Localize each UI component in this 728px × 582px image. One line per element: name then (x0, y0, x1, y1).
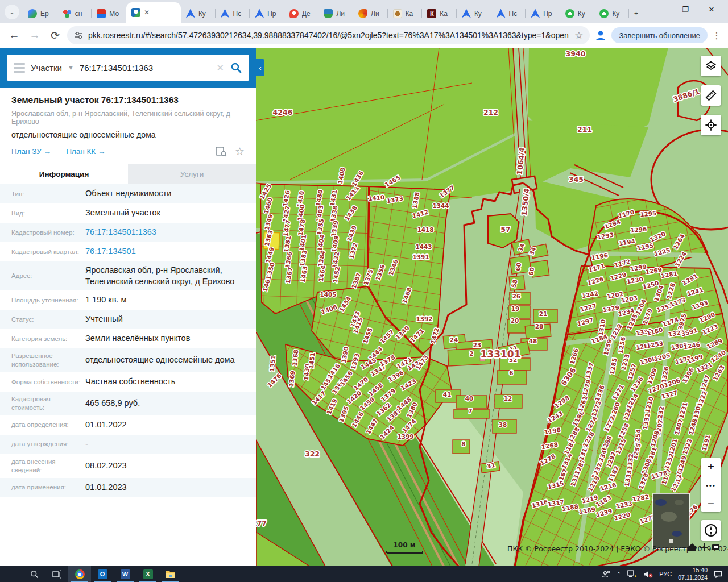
parcel-number-label: 38 (499, 421, 507, 428)
parcel-number-label: 1451 (308, 352, 316, 369)
measure-button[interactable] (701, 85, 721, 106)
update-chrome-button[interactable]: Завершить обновление (611, 27, 708, 43)
parcel-number-label: 1295 (640, 210, 657, 218)
clear-search-icon[interactable]: ✕ (217, 63, 224, 73)
new-tab-button[interactable]: + (629, 4, 646, 23)
favorite-star-icon[interactable]: ☆ (235, 145, 245, 158)
info-label: дата утверждения: (0, 440, 85, 448)
browser-tab[interactable]: Ка (388, 4, 423, 23)
browser-tab[interactable]: Пс (491, 4, 526, 23)
parcel-number-label: 12 (504, 395, 512, 402)
browser-tab[interactable]: Пс (216, 4, 250, 23)
taskbar-explorer-button[interactable] (159, 566, 182, 582)
menu-kebab-icon[interactable]: ⋮ (711, 30, 722, 41)
info-value: Ярославская обл, р-н Ярославский, Телеги… (85, 265, 256, 287)
browser-tab[interactable]: Де (284, 4, 319, 23)
notification-icon[interactable] (714, 571, 722, 578)
taskbar-search-button[interactable] (23, 566, 46, 582)
preview-icon[interactable] (216, 147, 227, 157)
parcel-number-label: 1392 (416, 315, 432, 322)
bookmark-star-icon[interactable]: ☆ (574, 30, 583, 41)
compass-button[interactable] (701, 520, 721, 541)
tray-expand-chevron-icon[interactable]: ⌃ (617, 571, 621, 577)
reload-button[interactable]: ⟳ (47, 27, 64, 44)
taskbar-word-button[interactable]: W (114, 566, 136, 582)
parcel-number-label: 322 (305, 450, 320, 458)
browser-tab-active[interactable]: ✕ (126, 2, 181, 23)
search-category-dropdown[interactable]: Участки (31, 63, 62, 73)
browser-tab[interactable]: Ер (23, 4, 57, 23)
info-value: Земельный участок (85, 207, 256, 219)
info-value-link[interactable]: 76:17:134501 (85, 246, 256, 257)
clock[interactable]: 15:40 07.11.2024 (678, 567, 708, 581)
tab-services[interactable]: Услуги (128, 164, 256, 184)
taskbar-chrome-button[interactable] (68, 566, 91, 582)
browser-tab[interactable]: Ку (594, 4, 629, 23)
plan-kk-link[interactable]: План КК → (66, 147, 105, 156)
nav-favicon-icon (462, 9, 471, 18)
browser-tab[interactable]: сн (57, 4, 92, 23)
parcel-number-label: 1369 (288, 371, 296, 388)
map-footer-icons[interactable] (688, 543, 719, 551)
profile-avatar[interactable] (593, 28, 608, 43)
menu-burger-icon[interactable] (14, 63, 25, 73)
info-value-link[interactable]: 76:17:134501:1363 (85, 227, 256, 238)
info-rows: Тип:Объект недвижимостиВид:Земельный уча… (0, 184, 256, 497)
browser-tab[interactable]: Ку (181, 4, 216, 23)
taskbar-task-view-button[interactable] (46, 566, 68, 582)
address-bar[interactable]: pkk.rosreestr.ru/#/search/57.47263930212… (67, 26, 590, 44)
parcel-number-label: 1443 (415, 243, 432, 250)
info-row: Вид:Земельный участок (0, 203, 256, 223)
browser-tab[interactable]: Мо (92, 4, 126, 23)
layers-button[interactable] (701, 56, 721, 76)
maximize-button[interactable]: ❐ (672, 0, 698, 18)
browser-tab[interactable]: Ку (457, 4, 491, 23)
info-value: 1 190 кв. м (85, 294, 256, 306)
minimize-button[interactable]: — (646, 0, 672, 18)
chevron-down-icon[interactable]: ▼ (68, 64, 74, 71)
parcel-number-label: 57 (500, 225, 510, 234)
tab-close-icon[interactable]: ✕ (144, 9, 150, 16)
zoom-more-button[interactable]: ••• (701, 476, 721, 494)
plan-zu-link[interactable]: План ЗУ → (11, 147, 51, 156)
info-row: Разрешенное использование:отдельностоящи… (0, 348, 256, 372)
search-icon[interactable] (230, 61, 242, 74)
back-button[interactable]: ← (6, 27, 23, 44)
browser-tab[interactable]: Ли (318, 4, 353, 23)
network-warning-icon[interactable] (627, 570, 637, 578)
language-indicator[interactable]: РУС (659, 571, 672, 577)
tab-search-chevron-icon[interactable]: ⌄ (5, 5, 19, 19)
search-box[interactable]: Участки ▼ ✕ (7, 55, 249, 81)
people-icon[interactable] (602, 571, 610, 578)
ruler-icon (705, 89, 717, 102)
taskbar-excel-button[interactable]: X (136, 566, 159, 582)
collapse-panel-button[interactable]: ‹ (256, 59, 264, 76)
info-value: 08.02.2023 (85, 460, 256, 472)
browser-tab[interactable]: Пр (250, 4, 284, 23)
map-canvas[interactable]: 1425146013491363144913501461142614271477… (256, 48, 728, 566)
cadastral-map[interactable]: 1425146013491363144913501461142614271477… (256, 48, 728, 566)
locate-object-button[interactable] (701, 115, 721, 135)
url-text[interactable]: pkk.rosreestr.ru/#/search/57.47263930212… (88, 31, 569, 40)
panel-tabs: Информация Услуги (0, 164, 256, 184)
browser-tab[interactable]: ККа (422, 4, 457, 23)
tab-information[interactable]: Информация (0, 164, 128, 184)
basemap-thumbnail[interactable] (653, 493, 689, 548)
forward-button[interactable]: → (26, 27, 43, 44)
browser-tab[interactable]: Ли (353, 4, 388, 23)
close-button[interactable]: ✕ (698, 0, 725, 18)
mos-favicon-icon (97, 9, 106, 18)
taskbar-outlook-button[interactable]: O (91, 566, 114, 582)
search-input[interactable] (80, 63, 211, 73)
zoom-out-button[interactable]: − (701, 494, 721, 512)
site-settings-icon[interactable] (74, 31, 83, 40)
zoom-in-button[interactable]: + (701, 458, 721, 476)
volume-muted-icon[interactable] (643, 571, 653, 578)
browser-tab[interactable]: Ку (560, 4, 595, 23)
info-label: Тип: (0, 190, 85, 198)
info-value: - (85, 439, 256, 450)
crest-favicon-icon (393, 9, 402, 18)
taskbar-start-button[interactable] (0, 566, 23, 582)
info-label: Форма собственности: (0, 378, 85, 386)
browser-tab[interactable]: Пр (526, 4, 560, 23)
